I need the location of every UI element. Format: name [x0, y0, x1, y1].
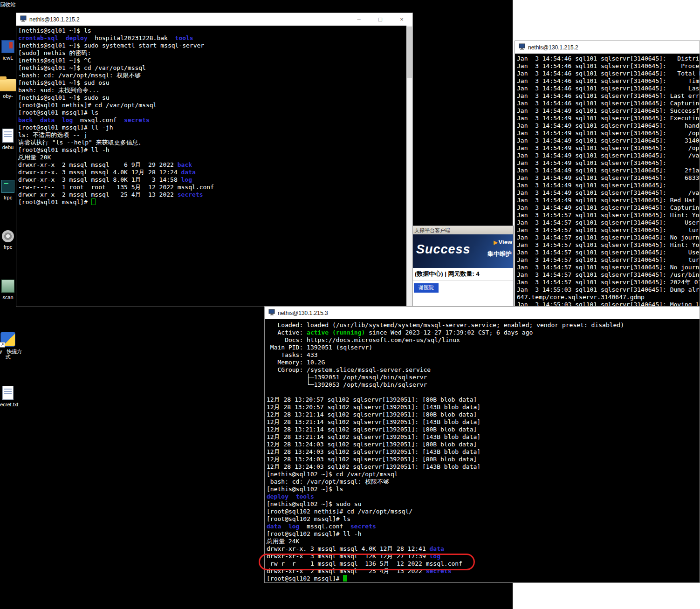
terminal-text: log — [62, 116, 73, 123]
terminal-line: [nethis@sql102 ~]$ sudo su — [267, 500, 700, 508]
success-window-title: 支撑平台客户端 — [414, 227, 450, 234]
terminal-output[interactable]: Jan 3 14:54:46 sql101 sqlservr[3140645]:… — [515, 54, 700, 308]
terminal-line: 12月 28 13:21:14 sql102 sqlservr[1392051]… — [267, 418, 700, 426]
terminal-text: drwxr-xr-x 3 mssql mssql 8.0K 1月 3 14:58 — [18, 176, 181, 183]
terminal-text: -rw-r--r-- 1 root root 135 5月 12 2022 ms… — [18, 184, 214, 191]
terminal-text: back — [178, 161, 192, 168]
terminal-line: Jan 3 14:54:57 sql101 sqlservr[3140645]:… — [517, 249, 700, 256]
close-button[interactable]: × — [391, 13, 412, 26]
terminal-text: [root@sql102 mssql]# ll -h — [267, 530, 362, 537]
terminal-text: deploy — [66, 34, 88, 41]
terminal-text: Jan 3 14:54:49 sql101 sqlservr[3140645]:… — [517, 137, 700, 144]
maximize-button[interactable]: □ — [370, 13, 391, 26]
desktop-icon-recycle-bin[interactable]: 回收站 — [0, 0, 24, 7]
success-titlebar[interactable]: 支撑平台客户端 — [412, 226, 513, 234]
terminal-text: [root@sql01 mssql]# ll -jh — [18, 124, 113, 131]
terminal-line: Jan 3 14:54:57 sql101 sqlservr[3140645]:… — [517, 271, 700, 279]
terminal-dark-icon — [1, 180, 14, 193]
terminal-text: crontab-sql — [18, 34, 58, 41]
terminal-text — [33, 116, 40, 123]
shield-color-icon — [0, 332, 15, 347]
terminal-text: [nethis@sql01 ~]$ sud osu — [18, 79, 110, 86]
terminal-line: [root@sql01 mssql]# ll -jh — [18, 124, 407, 131]
terminal-text: Tasks: 433 — [267, 351, 318, 358]
terminal-line: [root@sql01 mssql]# ls — [18, 109, 407, 116]
terminal-line: Jan 3 14:54:57 sql101 sqlservr[3140645]:… — [517, 241, 700, 249]
document-icon — [2, 129, 14, 143]
terminal-line: Jan 3 14:54:46 sql101 sqlservr[3140645]:… — [517, 55, 700, 62]
terminal-line: drwxr-xr-x 2 mssql mssql 25 4月 13 2022 s… — [18, 191, 407, 198]
terminal-cursor — [343, 575, 347, 582]
terminal-text: Jan 3 14:54:57 sql101 sqlservr[3140645]:… — [517, 249, 700, 256]
terminal-text: tools — [296, 493, 314, 500]
terminal-line: 总用量 24K — [267, 538, 700, 545]
terminal-app-icon — [20, 15, 27, 23]
terminal-line: Memory: 10.2G — [267, 359, 700, 366]
terminal-text: hospital20231228.bak — [88, 34, 175, 41]
terminal-line: Tasks: 433 — [267, 351, 700, 359]
terminal-window-sql101-log: nethis@130.1.215.2 Jan 3 14:54:46 sql101… — [515, 41, 700, 308]
scrollbar[interactable] — [406, 26, 412, 307]
terminal-line: [sudo] nethis 的密码: — [18, 49, 407, 57]
terminal-text: -bash: cd: /var/opt/mssql: 权限不够 — [18, 72, 141, 79]
terminal-text: [nethis@sql102 ~]$ sudo su — [267, 500, 362, 507]
terminal-text: ls: 不适用的选项 -- j — [18, 131, 87, 138]
terminal-line: Jan 3 14:54:49 sql101 sqlservr[3140645]:… — [517, 122, 700, 130]
terminal-text: 12月 28 13:21:14 sql102 sqlservr[1392051]… — [267, 411, 477, 418]
window-titlebar[interactable]: nethis@130.1.215.2 – □ × — [16, 13, 412, 26]
terminal-text: Jan 3 14:54:57 sql101 sqlservr[3140645]:… — [517, 241, 700, 248]
terminal-text: Jan 3 14:54:57 sql101 sqlservr[3140645]:… — [517, 271, 700, 278]
view-label: ▶View — [494, 239, 512, 246]
terminal-line: bash: sud: 未找到命令... — [18, 87, 407, 94]
desktop-icon-text-file[interactable]: secret.txt — [0, 386, 24, 407]
terminal-line: -rw-r--r-- 1 root root 135 5月 12 2022 ms… — [18, 184, 407, 191]
terminal-text: Jan 3 14:54:46 sql101 sqlservr[3140645]:… — [517, 77, 700, 84]
terminal-line: Loaded: loaded (/usr/lib/systemd/system/… — [267, 322, 700, 329]
terminal-text: [root@sql01 mssql]# ll -h — [18, 146, 110, 153]
terminal-line: 12月 28 13:24:03 sql102 sqlservr[1392051]… — [267, 463, 700, 471]
terminal-text: Jan 3 14:54:49 sql101 sqlservr[3140645]: — [517, 159, 666, 166]
app-green-icon — [1, 280, 14, 293]
terminal-line: drwxr-xr-x 2 mssql mssql 6 9月 29 2022 ba… — [18, 161, 407, 169]
terminal-text: secrets — [124, 116, 150, 123]
terminal-text: data — [267, 523, 281, 530]
terminal-text: [nethis@sql102 ~]$ ls — [267, 486, 343, 493]
terminal-line: 12月 28 13:21:14 sql102 sqlservr[1392051]… — [267, 426, 700, 433]
terminal-app-icon — [268, 309, 275, 317]
terminal-text: [nethis@sql01 ~]$ sudo su — [18, 94, 110, 101]
terminal-line: Jan 3 14:54:49 sql101 sqlservr[3140645]:… — [517, 130, 700, 137]
terminal-text: active (running) — [307, 329, 365, 336]
terminal-text: 12月 28 13:24:03 sql102 sqlservr[1392051]… — [267, 448, 480, 455]
terminal-text: Jan 3 14:54:49 sql101 sqlservr[3140645]:… — [517, 130, 700, 137]
terminal-output[interactable]: [nethis@sql01 ~]$ lscrontab-sql deploy h… — [16, 26, 407, 307]
terminal-text: 12月 28 13:21:14 sql102 sqlservr[1392051]… — [267, 426, 477, 433]
minimize-button[interactable]: – — [348, 13, 370, 26]
terminal-text: 647.temp/core.sqlservr.3140647.gdmp — [517, 294, 645, 301]
terminal-text: [nethis@sql102 ~]$ cd /var/opt/mssql — [267, 471, 398, 478]
terminal-line: 12月 28 13:21:14 sql102 sqlservr[1392051]… — [267, 433, 700, 441]
desktop-icon-shield-color[interactable]: oby - 快捷方式 — [0, 332, 24, 360]
terminal-text: secrets — [350, 523, 376, 530]
scrollbar-thumb[interactable] — [407, 27, 412, 78]
view-text: View — [499, 239, 512, 246]
window-controls: – □ × — [348, 13, 412, 26]
terminal-output[interactable]: Loaded: loaded (/usr/lib/systemd/system/… — [265, 319, 700, 582]
terminal-text: drwxr-xr-x 2 mssql mssql 6 9月 29 2022 — [18, 161, 178, 168]
terminal-line: 12月 28 13:21:14 sql102 sqlservr[1392051]… — [267, 411, 700, 418]
terminal-text: Jan 3 14:55:03 sql101 sqlservr[3140645]:… — [517, 286, 700, 293]
terminal-line: Main PID: 1392051 (sqlservr) — [267, 344, 700, 351]
window-titlebar[interactable]: nethis@130.1.215.2 — [515, 41, 700, 54]
terminal-text: data — [430, 545, 444, 552]
hospital-tab[interactable]: 谢医院 — [414, 283, 439, 293]
terminal-text: Jan 3 14:54:57 sql101 sqlservr[3140645]:… — [517, 219, 699, 226]
terminal-line: drwxr-xr-x. 3 mssql mssql 4.0K 12月 28 12… — [267, 545, 700, 553]
terminal-text: Main PID: 1392051 (sqlservr) — [267, 344, 372, 351]
terminal-line: Jan 3 14:54:46 sql101 sqlservr[3140645]:… — [517, 70, 700, 77]
terminal-text: [sudo] nethis 的密码: — [18, 49, 91, 56]
terminal-line: Jan 3 14:54:46 sql101 sqlservr[3140645]:… — [517, 85, 700, 92]
view-arrow-icon: ▶ — [494, 239, 497, 245]
terminal-text: Jan 3 14:54:49 sql101 sqlservr[3140645]:… — [517, 122, 700, 129]
red-highlight-annotation — [259, 554, 475, 570]
window-title: nethis@130.1.215.2 — [29, 16, 80, 23]
window-titlebar[interactable]: nethis@130.1.215.3 — [265, 307, 700, 319]
